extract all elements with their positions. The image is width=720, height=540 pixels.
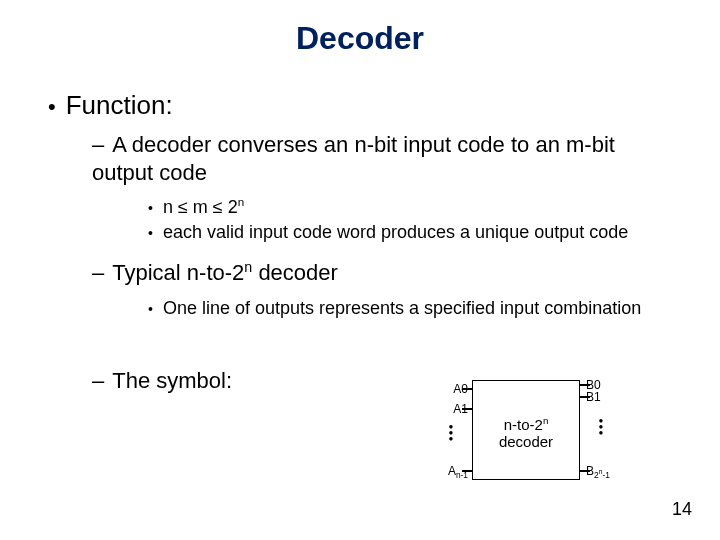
sub1-sup: n <box>238 195 245 208</box>
sub1-text: n ≤ m ≤ 2 <box>163 197 238 217</box>
slide-title: Decoder <box>0 20 720 57</box>
bullet-lvl3: •each valid input code word produces a u… <box>148 221 680 244</box>
slide: Decoder •Function: –A decoder converses … <box>0 0 720 540</box>
sub2-text: each valid input code word produces a un… <box>163 222 628 242</box>
page-number: 14 <box>672 499 692 520</box>
bullet-dot-icon: • <box>148 301 153 317</box>
bullet2b-text: decoder <box>252 260 338 285</box>
bullet-lvl3: •One line of outputs represents a specif… <box>148 297 680 320</box>
bullet-dot-icon: • <box>48 94 56 119</box>
bullet-lvl3: •n ≤ m ≤ 2n <box>148 196 680 219</box>
bullet-lvl2: –A decoder converses an n-bit input code… <box>92 131 680 186</box>
bullet-lvl2: –Typical n-to-2n decoder <box>92 259 680 287</box>
decoder-box: n-to-2n decoder <box>472 380 580 480</box>
bullet3-text: The symbol: <box>112 368 232 393</box>
pin-label-a1: A1 <box>418 402 468 416</box>
bullet-dot-icon: • <box>148 200 153 216</box>
dash-icon: – <box>92 132 104 157</box>
sub3-text: One line of outputs represents a specifi… <box>163 298 641 318</box>
vertical-dots-icon: ●●● <box>448 424 454 442</box>
dash-icon: – <box>92 368 104 393</box>
bullet-lvl1: •Function: <box>48 90 680 121</box>
bullet1-text: A decoder converses an n-bit input code … <box>92 132 615 185</box>
bullet2a-text: Typical n-to-2 <box>112 260 244 285</box>
pin-label-b2n1: B2n-1 <box>586 464 646 478</box>
pin-label-an1: An-1 <box>418 464 468 478</box>
slide-content: •Function: –A decoder converses an n-bit… <box>48 90 680 399</box>
decoder-diagram: A0 A1 An-1 ●●● B0 B1 B2n-1 ●●● n-to-2n d… <box>410 378 670 498</box>
heading-text: Function: <box>66 90 173 120</box>
pin-label-b1: B1 <box>586 390 646 404</box>
bullet-dot-icon: • <box>148 225 153 241</box>
pin-label-a0: A0 <box>418 382 468 396</box>
decoder-box-label: n-to-2n decoder <box>477 417 575 450</box>
vertical-dots-icon: ●●● <box>598 418 604 436</box>
dash-icon: – <box>92 260 104 285</box>
